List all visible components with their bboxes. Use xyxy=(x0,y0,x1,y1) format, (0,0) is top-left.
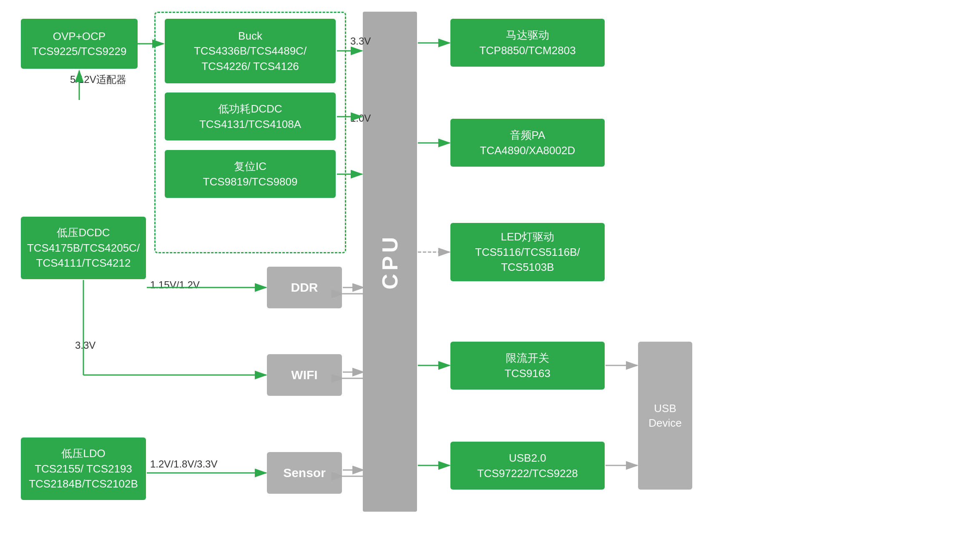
buck-label2: TCS4336B/TCS4489C/ xyxy=(194,43,307,58)
diagram: OVP+OCP TCS9225/TCS9229 Buck TCS4336B/TC… xyxy=(0,0,980,555)
v33-bottom-label: 3.3V xyxy=(75,340,95,351)
usb-device-box: USB Device xyxy=(638,342,692,490)
v115-label: 1.15V/1.2V xyxy=(150,279,200,291)
current-switch-box: 限流开关 TCS9163 xyxy=(450,342,605,390)
sensor-box: Sensor xyxy=(267,452,342,494)
wifi-label: WIFI xyxy=(291,368,317,382)
audio-label2: TCA4890/XA8002D xyxy=(480,143,575,158)
ddr-box: DDR xyxy=(267,267,342,308)
led-label3: TCS5103B xyxy=(501,260,554,275)
buck-box: Buck TCS4336B/TCS4489C/ TCS4226/ TCS4126 xyxy=(165,19,336,83)
lpd-label2: TCS4131/TCS4108A xyxy=(199,117,301,132)
cpu-label: CPU xyxy=(377,234,402,290)
usb-label2: TCS97222/TCS9228 xyxy=(477,466,578,481)
audio-box: 音频PA TCA4890/XA8002D xyxy=(450,119,605,167)
reset-label1: 复位IC xyxy=(234,159,266,174)
lvd-label2: TCS4175B/TCS4205C/ xyxy=(27,240,140,255)
ovp-label1: OVP+OCP xyxy=(53,29,106,44)
lvd-label1: 低压DCDC xyxy=(57,225,110,240)
usb-device-label1: USB xyxy=(654,402,676,415)
low-voltage-dcdc-box: 低压DCDC TCS4175B/TCS4205C/ TCS4111/TCS421… xyxy=(21,217,146,279)
lvl-label1: 低压LDO xyxy=(61,446,105,461)
buck-label1: Buck xyxy=(238,28,262,43)
cs-label2: TCS9163 xyxy=(505,366,550,381)
usb-device-label2: Device xyxy=(648,417,681,430)
led-box: LED灯驱动 TCS5116/TCS5116B/ TCS5103B xyxy=(450,223,605,281)
motor-label2: TCP8850/TCM2803 xyxy=(479,43,575,58)
low-voltage-ldo-box: 低压LDO TCS2155/ TCS2193 TCS2184B/TCS2102B xyxy=(21,438,146,500)
lvl-label3: TCS2184B/TCS2102B xyxy=(29,476,138,491)
adapter-label: 5/12V适配器 xyxy=(70,73,126,86)
cpu-bar: CPU xyxy=(363,12,417,512)
motor-label1: 马达驱动 xyxy=(506,28,549,42)
usb-label1: USB2.0 xyxy=(509,450,546,465)
led-label1: LED灯驱动 xyxy=(501,229,555,244)
lvl-label2: TCS2155/ TCS2193 xyxy=(35,461,132,476)
low-power-dcdc-box: 低功耗DCDC TCS4131/TCS4108A xyxy=(165,92,336,140)
cs-label1: 限流开关 xyxy=(506,350,549,365)
ovp-label2: TCS9225/TCS9229 xyxy=(32,44,127,59)
audio-label1: 音频PA xyxy=(510,128,545,142)
usb-box: USB2.0 TCS97222/TCS9228 xyxy=(450,442,605,490)
buck-label3: TCS4226/ TCS4126 xyxy=(201,59,299,74)
sensor-label: Sensor xyxy=(283,466,326,480)
motor-box: 马达驱动 TCP8850/TCM2803 xyxy=(450,19,605,67)
wifi-box: WIFI xyxy=(267,354,342,396)
v10-label: 1.0V xyxy=(350,112,371,124)
v12-label: 1.2V/1.8V/3.3V xyxy=(150,458,217,470)
reset-label2: TCS9819/TCS9809 xyxy=(203,174,298,189)
reset-ic-box: 复位IC TCS9819/TCS9809 xyxy=(165,150,336,198)
v33-top-label: 3.3V xyxy=(350,35,371,47)
lvd-label3: TCS4111/TCS4212 xyxy=(36,255,131,270)
ovp-box: OVP+OCP TCS9225/TCS9229 xyxy=(21,19,138,69)
lpd-label1: 低功耗DCDC xyxy=(218,101,282,116)
ddr-label: DDR xyxy=(291,280,318,295)
led-label2: TCS5116/TCS5116B/ xyxy=(475,245,580,260)
